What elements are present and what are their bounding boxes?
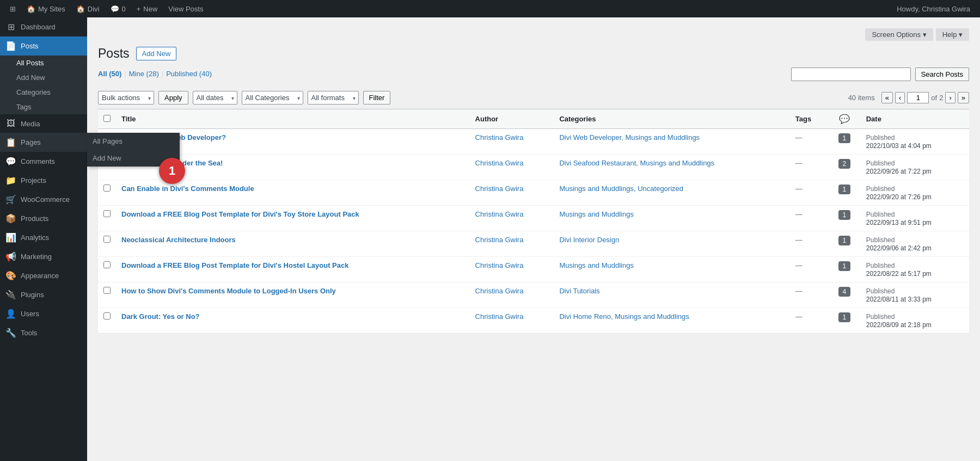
pagination-current-page[interactable] [907, 92, 929, 103]
screen-options-button[interactable]: Screen Options ▾ [865, 28, 933, 41]
post-category-link-4[interactable]: Divi Interior Design [559, 236, 619, 244]
comment-badge-4[interactable]: 1 [838, 236, 850, 245]
col-categories-header[interactable]: Categories [554, 109, 789, 129]
submenu-tags-link[interactable]: Tags [0, 100, 87, 114]
sidebar-item-dashboard[interactable]: ⊞ Dashboard [0, 17, 87, 36]
submenu-all-posts[interactable]: All Posts [0, 56, 87, 70]
sidebar-link-users[interactable]: 👤 Users [0, 304, 87, 323]
col-date-header[interactable]: Date [861, 109, 969, 129]
sidebar-item-projects[interactable]: 📁 Projects [0, 171, 87, 190]
submenu-add-new-post-link[interactable]: Add New [0, 70, 87, 85]
post-category-link-1[interactable]: Divi Seafood Restaurant, Musings and Mud… [559, 159, 714, 167]
post-category-link-5[interactable]: Musings and Muddlings [559, 261, 634, 269]
sidebar-link-comments[interactable]: 💬 Comments [0, 152, 87, 171]
all-categories-select[interactable]: All Categories [242, 91, 303, 105]
row-checkbox-4[interactable] [103, 236, 111, 243]
post-category-link-0[interactable]: Divi Web Developer, Musings and Muddling… [559, 133, 700, 142]
submenu-tags[interactable]: Tags [0, 100, 87, 114]
filter-mine-link[interactable]: Mine (28) [129, 70, 159, 78]
sidebar-link-pages[interactable]: 📋 Pages [0, 133, 87, 152]
pagination-first-button[interactable]: « [881, 92, 893, 103]
search-posts-button[interactable]: Search Posts [915, 67, 969, 81]
sidebar-item-tools[interactable]: 🔧 Tools [0, 323, 87, 342]
adminbar-divi[interactable]: 🏠 Divi [71, 0, 105, 17]
adminbar-view-posts[interactable]: View Posts [163, 0, 209, 17]
submenu-categories[interactable]: Categories [0, 85, 87, 100]
post-author-link-2[interactable]: Christina Gwira [475, 185, 524, 193]
post-title-link-4[interactable]: Neoclassical Architecture Indoors [121, 236, 236, 244]
sidebar-link-posts[interactable]: 📄 Posts [0, 36, 87, 56]
bulk-actions-select[interactable]: Bulk actions [98, 91, 154, 105]
post-category-link-6[interactable]: Divi Tutorials [559, 287, 599, 295]
post-category-link-2[interactable]: Musings and Muddlings, Uncategorized [559, 185, 683, 193]
post-author-link-4[interactable]: Christina Gwira [475, 236, 524, 244]
comment-badge-3[interactable]: 1 [838, 210, 850, 220]
apply-button[interactable]: Apply [158, 91, 188, 105]
select-all-checkbox[interactable] [103, 115, 111, 122]
sidebar-item-pages[interactable]: 📋 Pages All Pages Add New [0, 133, 87, 152]
pagination-last-button[interactable]: » [958, 92, 969, 103]
sidebar-link-media[interactable]: 🖼 Media [0, 114, 87, 133]
sidebar-link-woocommerce[interactable]: 🛒 WooCommerce [0, 190, 87, 209]
row-checkbox-5[interactable] [103, 261, 111, 268]
post-category-link-7[interactable]: Divi Home Reno, Musings and Muddlings [559, 312, 689, 321]
comment-badge-2[interactable]: 1 [838, 185, 850, 194]
post-author-link-0[interactable]: Christina Gwira [475, 133, 524, 142]
sidebar-link-products[interactable]: 📦 Products [0, 209, 87, 228]
row-checkbox-3[interactable] [103, 210, 111, 217]
row-checkbox-6[interactable] [103, 287, 111, 294]
post-author-link-3[interactable]: Christina Gwira [475, 210, 524, 218]
all-formats-select[interactable]: All formats [308, 91, 359, 105]
submenu-categories-link[interactable]: Categories [0, 85, 87, 100]
comment-badge-0[interactable]: 1 [838, 133, 850, 143]
sidebar-item-posts[interactable]: 📄 Posts All Posts Add New [0, 36, 87, 114]
post-title-link-6[interactable]: How to Show Divi's Comments Module to Lo… [121, 287, 336, 295]
filter-published-link[interactable]: Published (40) [166, 70, 212, 78]
filter-button[interactable]: Filter [363, 91, 391, 105]
pages-dropdown-all-pages[interactable]: All Pages [87, 133, 180, 150]
pagination-next-button[interactable]: › [945, 92, 955, 103]
submenu-add-new-post[interactable]: Add New [0, 70, 87, 85]
sidebar-item-plugins[interactable]: 🔌 Plugins [0, 285, 87, 304]
post-author-link-7[interactable]: Christina Gwira [475, 312, 524, 321]
help-button[interactable]: Help ▾ [936, 28, 969, 41]
sidebar-link-appearance[interactable]: 🎨 Appearance [0, 266, 87, 285]
post-title-link-3[interactable]: Download a FREE Blog Post Template for D… [121, 210, 359, 218]
pagination-prev-button[interactable]: ‹ [895, 92, 905, 103]
sidebar-link-projects[interactable]: 📁 Projects [0, 171, 87, 190]
post-author-link-1[interactable]: Christina Gwira [475, 159, 524, 167]
sidebar-item-analytics[interactable]: 📊 Analytics [0, 228, 87, 247]
adminbar-comments[interactable]: 💬 0 [105, 0, 131, 17]
post-title-link-7[interactable]: Dark Grout: Yes or No? [121, 312, 200, 321]
post-author-link-6[interactable]: Christina Gwira [475, 287, 524, 295]
sidebar-link-tools[interactable]: 🔧 Tools [0, 323, 87, 342]
post-title-link-2[interactable]: Can Enable in Divi's Comments Module [121, 185, 254, 193]
post-title-link-5[interactable]: Download a FREE Blog Post Template for D… [121, 261, 348, 269]
search-input[interactable] [791, 67, 911, 81]
adminbar-new[interactable]: + New [131, 0, 163, 17]
sidebar-item-media[interactable]: 🖼 Media [0, 114, 87, 133]
row-checkbox-7[interactable] [103, 312, 111, 319]
comment-badge-7[interactable]: 1 [838, 312, 850, 322]
submenu-all-posts-link[interactable]: All Posts [0, 56, 87, 70]
filter-all-link[interactable]: All (50) [98, 70, 121, 78]
sidebar-link-analytics[interactable]: 📊 Analytics [0, 228, 87, 247]
comment-badge-1[interactable]: 2 [838, 159, 850, 169]
all-dates-select[interactable]: All dates [193, 91, 237, 105]
sidebar-item-products[interactable]: 📦 Products [0, 209, 87, 228]
col-tags-header[interactable]: Tags [790, 109, 828, 129]
row-checkbox-2[interactable] [103, 185, 111, 192]
sidebar-link-plugins[interactable]: 🔌 Plugins [0, 285, 87, 304]
add-new-post-button[interactable]: Add New [136, 47, 177, 60]
col-author-header[interactable]: Author [470, 109, 554, 129]
sidebar-item-comments[interactable]: 💬 Comments [0, 152, 87, 171]
comment-badge-6[interactable]: 4 [838, 287, 850, 297]
sidebar-link-dashboard[interactable]: ⊞ Dashboard [0, 17, 87, 36]
comment-badge-5[interactable]: 1 [838, 261, 850, 271]
sidebar-item-appearance[interactable]: 🎨 Appearance [0, 266, 87, 285]
sidebar-item-woocommerce[interactable]: 🛒 WooCommerce [0, 190, 87, 209]
post-category-link-3[interactable]: Musings and Muddlings [559, 210, 634, 218]
sidebar-link-marketing[interactable]: 📢 Marketing [0, 247, 87, 266]
sidebar-item-users[interactable]: 👤 Users [0, 304, 87, 323]
sidebar-item-marketing[interactable]: 📢 Marketing [0, 247, 87, 266]
